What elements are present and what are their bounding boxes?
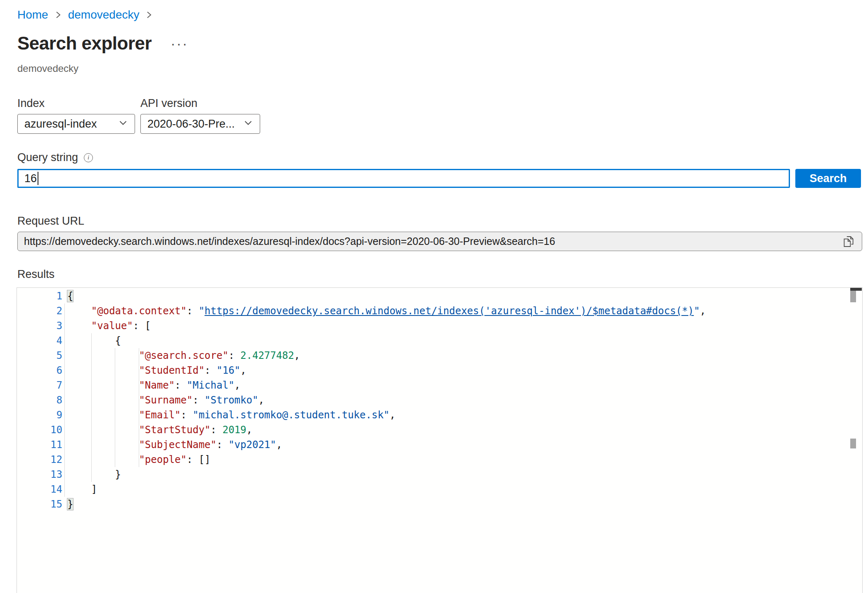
more-options-button[interactable]: ··· xyxy=(171,39,188,47)
code-token: "Surname" xyxy=(139,394,192,406)
code-token: , xyxy=(246,424,252,436)
search-button[interactable]: Search xyxy=(795,169,861,188)
index-label: Index xyxy=(17,97,135,110)
query-string-input[interactable]: 16 xyxy=(17,169,790,188)
code-token xyxy=(67,350,139,361)
breadcrumb-home-link[interactable]: Home xyxy=(17,8,48,21)
code-line: { xyxy=(67,289,862,304)
line-number: 1 xyxy=(17,289,67,304)
api-version-dropdown-value: 2020-06-30-Pre... xyxy=(147,118,235,130)
code-token: , xyxy=(389,409,395,421)
code-token: ] xyxy=(91,484,97,495)
code-token: "StartStudy" xyxy=(139,424,210,436)
code-line: "StartStudy": 2019, xyxy=(67,422,862,437)
code-token: "SubjectName" xyxy=(139,439,216,451)
code-token: , xyxy=(700,305,706,317)
code-token: " xyxy=(199,305,204,317)
code-token: "Michal" xyxy=(187,380,235,391)
results-editor[interactable]: 123456789101112131415 { "@odata.context"… xyxy=(17,287,863,593)
line-number: 7 xyxy=(17,378,67,393)
code-token: , xyxy=(240,365,246,376)
code-line: "Name": "Michal", xyxy=(67,378,862,393)
indent-guide xyxy=(115,348,115,467)
line-number: 4 xyxy=(17,333,67,348)
index-dropdown[interactable]: azuresql-index xyxy=(17,114,135,134)
api-version-label: API version xyxy=(140,97,260,110)
scrollbar-thumb[interactable] xyxy=(850,291,856,302)
code-token: { xyxy=(67,290,73,302)
code-token: : xyxy=(228,350,240,361)
code-token xyxy=(67,305,91,317)
code-token: : xyxy=(181,409,193,421)
code-token xyxy=(67,424,139,436)
chevron-right-icon xyxy=(146,9,152,20)
line-number: 12 xyxy=(17,452,67,467)
line-number: 9 xyxy=(17,408,67,422)
code-token xyxy=(67,320,91,332)
odata-context-link[interactable]: https://demovedecky.search.windows.net/i… xyxy=(204,305,694,317)
scrollbar-top-decoration xyxy=(850,288,862,291)
query-string-value: 16 xyxy=(24,172,37,185)
code-token: } xyxy=(115,469,121,480)
code-token: , xyxy=(258,394,264,406)
code-token: " xyxy=(694,305,700,317)
code-line: } xyxy=(67,497,862,512)
code-token xyxy=(67,454,139,465)
line-number: 2 xyxy=(17,304,67,318)
code-token: : xyxy=(192,394,204,406)
code-token: : [] xyxy=(187,454,211,465)
indent-guide xyxy=(64,304,65,497)
line-number: 3 xyxy=(17,318,67,333)
request-url-value: https://demovedecky.search.windows.net/i… xyxy=(24,235,840,247)
chevron-down-icon xyxy=(117,117,129,131)
scrollbar-marker xyxy=(850,439,856,448)
line-number: 14 xyxy=(17,482,67,497)
code-line: ] xyxy=(67,482,862,497)
code-token xyxy=(67,484,91,495)
line-number: 8 xyxy=(17,393,67,408)
code-token: : xyxy=(216,439,228,451)
breadcrumb: Home demovedecky xyxy=(17,8,868,21)
index-field: Index azuresql-index xyxy=(17,97,135,134)
code-token: 2019 xyxy=(223,424,247,436)
code-token: "people" xyxy=(139,454,187,465)
code-token: : xyxy=(187,305,199,317)
request-url-bar: https://demovedecky.search.windows.net/i… xyxy=(17,232,862,251)
index-dropdown-value: azuresql-index xyxy=(24,118,97,130)
line-number: 15 xyxy=(17,497,67,512)
code-token xyxy=(67,394,139,406)
code-token: "michal.stromko@.student.tuke.sk" xyxy=(192,409,389,421)
code-token: { xyxy=(115,335,121,346)
service-subtitle: demovedecky xyxy=(17,63,868,74)
code-token: "value" xyxy=(91,320,133,332)
code-token: : xyxy=(204,365,216,376)
api-version-field: API version 2020-06-30-Pre... xyxy=(140,97,260,134)
code-line: } xyxy=(67,467,862,482)
code-token: , xyxy=(276,439,282,451)
code-token xyxy=(67,409,139,421)
code-line: "@odata.context": "https://demovedecky.s… xyxy=(67,304,862,318)
code-token xyxy=(67,365,139,376)
code-token: "StudentId" xyxy=(139,365,204,376)
line-number: 13 xyxy=(17,467,67,482)
breadcrumb-service-link[interactable]: demovedecky xyxy=(68,8,140,21)
api-version-dropdown[interactable]: 2020-06-30-Pre... xyxy=(140,114,260,134)
code-line: "Surname": "Stromko", xyxy=(67,393,862,408)
code-token: } xyxy=(67,498,73,510)
line-number: 6 xyxy=(17,363,67,378)
code-line: "StudentId": "16", xyxy=(67,363,862,378)
indent-guide xyxy=(91,333,92,482)
editor-gutter: 123456789101112131415 xyxy=(17,288,67,593)
copy-icon[interactable] xyxy=(840,233,857,250)
code-line: "value": [ xyxy=(67,318,862,333)
code-token: "Name" xyxy=(139,380,175,391)
chevron-right-icon xyxy=(55,9,62,20)
code-token: "16" xyxy=(216,365,240,376)
code-token: : xyxy=(175,380,187,391)
code-line: { xyxy=(67,333,862,348)
code-token: "@odata.context" xyxy=(91,305,187,317)
code-line: "@search.score": 2.4277482, xyxy=(67,348,862,363)
code-token: , xyxy=(235,380,240,391)
info-icon[interactable]: i xyxy=(84,153,93,162)
code-token: 2.4277482 xyxy=(240,350,294,361)
